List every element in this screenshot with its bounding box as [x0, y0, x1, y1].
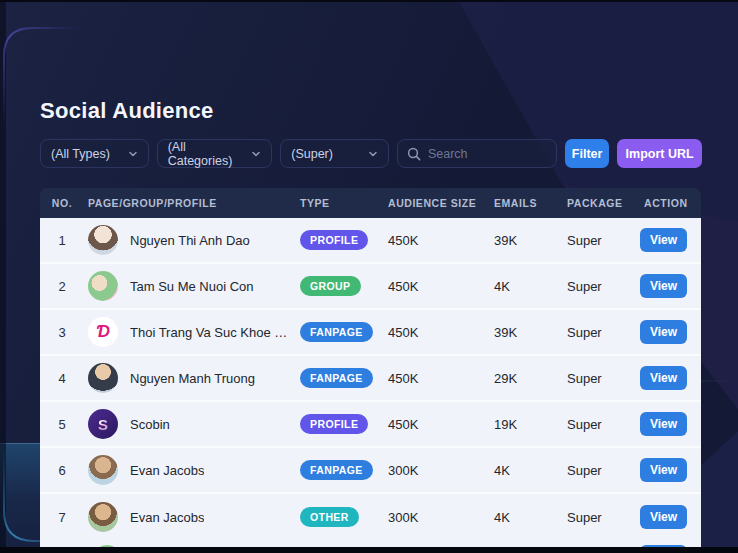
chevron-down-icon [128, 149, 138, 159]
types-dropdown-value: (All Types) [51, 147, 110, 161]
search-box[interactable] [397, 139, 557, 168]
chevron-down-icon [251, 149, 261, 159]
package-value: Super [563, 417, 640, 432]
audience-size-value: 450K [384, 417, 490, 432]
profile-name: Scobin [130, 417, 170, 432]
row-number: 3 [40, 325, 84, 340]
audience-size-value: 450K [384, 279, 490, 294]
categories-dropdown-value: (All Categories) [168, 140, 246, 168]
table-row: 4 Nguyen Manh Truong FANPAGE 450K 29K Su… [40, 356, 701, 402]
filter-button[interactable]: Filter [565, 139, 609, 168]
type-badge: PROFILE [300, 230, 368, 250]
logo-scobin-icon: S [88, 409, 118, 439]
package-value: Super [563, 371, 640, 386]
view-button[interactable]: View [640, 505, 687, 529]
search-icon [407, 147, 421, 161]
top-edge-bar [0, 0, 738, 2]
column-header-action: ACTION [640, 197, 701, 209]
table-row: 6 Evan Jacobs FANPAGE 300K 4K Super View [40, 448, 701, 494]
background-left-edge [0, 0, 6, 553]
table-header-row: NO. PAGE/GROUP/PROFILE TYPE AUDIENCE SIZ… [40, 188, 701, 218]
import-url-button[interactable]: Import URL [617, 139, 702, 168]
emails-value: 4K [490, 279, 563, 294]
package-value: Super [563, 510, 640, 525]
type-badge: OTHER [300, 507, 359, 527]
row-number: 7 [40, 510, 84, 525]
emails-value: 19K [490, 417, 563, 432]
logo-misa-icon: Ɗ [88, 317, 118, 347]
type-badge: GROUP [300, 276, 361, 296]
table-row: 3 Ɗ Thoi Trang Va Suc Khoe Misa FANPAGE … [40, 310, 701, 356]
column-header-profile: PAGE/GROUP/PROFILE [84, 197, 296, 209]
filter-toolbar: (All Types) (All Categories) (Super) Fil… [40, 139, 702, 168]
view-button[interactable]: View [640, 228, 687, 252]
row-number: 6 [40, 463, 84, 478]
avatar [88, 363, 118, 393]
row-number: 4 [40, 371, 84, 386]
emails-value: 4K [490, 510, 563, 525]
avatar [88, 502, 118, 532]
row-number: 2 [40, 279, 84, 294]
view-button[interactable]: View [640, 320, 687, 344]
column-header-no: NO. [40, 197, 84, 209]
emails-value: 39K [490, 233, 563, 248]
profile-name: Nguyen Manh Truong [130, 371, 255, 386]
profile-name: Tam Su Me Nuoi Con [130, 279, 254, 294]
avatar [88, 455, 118, 485]
type-badge: FANPAGE [300, 460, 373, 480]
profile-name: Evan Jacobs [130, 510, 204, 525]
avatar [88, 225, 118, 255]
bottom-edge-bar [0, 547, 738, 553]
table-row-partial [40, 540, 701, 547]
audience-size-value: 300K [384, 510, 490, 525]
type-badge: FANPAGE [300, 368, 373, 388]
audience-size-value: 450K [384, 371, 490, 386]
type-badge: PROFILE [300, 414, 368, 434]
table-row: 1 Nguyen Thi Anh Dao PROFILE 450K 39K Su… [40, 218, 701, 264]
type-badge: FANPAGE [300, 322, 373, 342]
search-input[interactable] [428, 147, 547, 161]
avatar [88, 271, 118, 301]
emails-value: 29K [490, 371, 563, 386]
audience-size-value: 300K [384, 463, 490, 478]
package-value: Super [563, 463, 640, 478]
package-value: Super [563, 279, 640, 294]
audience-size-value: 450K [384, 325, 490, 340]
audience-size-value: 450K [384, 233, 490, 248]
profile-name: Nguyen Thi Anh Dao [130, 233, 250, 248]
categories-dropdown[interactable]: (All Categories) [157, 139, 273, 168]
view-button[interactable]: View [640, 458, 687, 482]
table-row: 5 S Scobin PROFILE 450K 19K Super View [40, 402, 701, 448]
package-value: Super [563, 233, 640, 248]
table-row: 7 Evan Jacobs OTHER 300K 4K Super View [40, 494, 701, 540]
emails-value: 39K [490, 325, 563, 340]
profile-name: Evan Jacobs [130, 463, 204, 478]
column-header-emails: EMAILS [490, 197, 563, 209]
chevron-down-icon [368, 149, 378, 159]
table-body: 1 Nguyen Thi Anh Dao PROFILE 450K 39K Su… [40, 218, 701, 540]
row-number: 1 [40, 233, 84, 248]
column-header-type: TYPE [296, 197, 384, 209]
emails-value: 4K [490, 463, 563, 478]
profile-name: Thoi Trang Va Suc Khoe Misa [130, 325, 296, 340]
package-value: Super [563, 325, 640, 340]
table-row: 2 Tam Su Me Nuoi Con GROUP 450K 4K Super… [40, 264, 701, 310]
view-button[interactable]: View [640, 412, 687, 436]
page-title: Social Audience [40, 98, 214, 124]
row-number: 5 [40, 417, 84, 432]
view-button[interactable]: View [640, 366, 687, 390]
view-button[interactable]: View [640, 274, 687, 298]
audience-table: NO. PAGE/GROUP/PROFILE TYPE AUDIENCE SIZ… [40, 188, 701, 547]
package-dropdown[interactable]: (Super) [280, 139, 389, 168]
column-header-audience: AUDIENCE SIZE [384, 197, 490, 209]
package-dropdown-value: (Super) [291, 147, 333, 161]
types-dropdown[interactable]: (All Types) [40, 139, 149, 168]
column-header-package: PACKAGE [563, 197, 640, 209]
